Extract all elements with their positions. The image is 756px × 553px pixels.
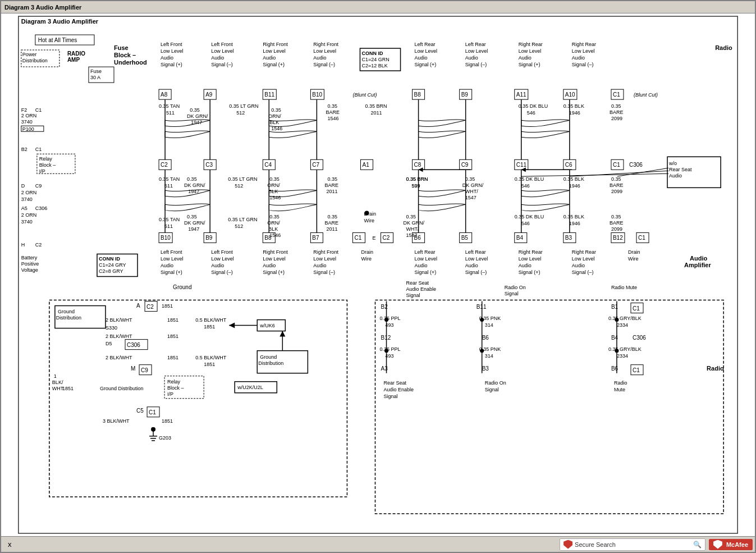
svg-text:3740: 3740	[21, 119, 33, 125]
svg-text:1547: 1547	[465, 195, 476, 200]
svg-text:3 BLK/WHT: 3 BLK/WHT	[103, 418, 130, 424]
search-icon[interactable]: 🔍	[693, 541, 702, 549]
svg-text:Voltage: Voltage	[21, 267, 38, 273]
svg-text:Ground: Ground	[260, 354, 277, 360]
svg-text:E: E	[372, 235, 375, 241]
status-right: Secure Search 🔍 McAfee	[560, 538, 753, 551]
svg-text:30 A: 30 A	[90, 75, 100, 80]
svg-text:Fuse: Fuse	[114, 44, 129, 51]
svg-marker-315	[229, 323, 235, 328]
svg-text:1946: 1946	[569, 110, 580, 116]
svg-text:C1=24 GRN: C1=24 GRN	[361, 57, 389, 62]
svg-text:2099: 2099	[611, 116, 622, 121]
svg-text:Underhood: Underhood	[114, 59, 147, 66]
svg-text:C1=24 GRY: C1=24 GRY	[99, 262, 126, 268]
svg-line-180	[570, 171, 668, 176]
svg-text:Audio: Audio	[519, 55, 532, 61]
svg-text:Left Front: Left Front	[211, 42, 233, 47]
svg-text:0.35 GRY/BLK: 0.35 GRY/BLK	[608, 316, 642, 321]
svg-text:Wire: Wire	[361, 256, 372, 262]
svg-text:B2: B2	[21, 147, 28, 152]
svg-text:2334: 2334	[617, 353, 628, 359]
svg-text:C1: C1	[354, 235, 361, 241]
svg-text:C9: C9	[461, 162, 469, 168]
svg-text:Signal (+): Signal (+)	[161, 269, 182, 275]
svg-text:0.35 BLK: 0.35 BLK	[563, 214, 584, 220]
svg-text:1: 1	[54, 373, 57, 379]
svg-text:0.5 BLK/WHT: 0.5 BLK/WHT	[195, 317, 227, 323]
svg-text:C2: C2	[161, 162, 168, 168]
svg-text:Left Front: Left Front	[211, 249, 233, 255]
svg-text:w/UK6: w/UK6	[259, 323, 275, 328]
svg-text:Amplifier: Amplifier	[684, 262, 711, 268]
svg-text:Wire: Wire	[628, 256, 639, 262]
svg-text:0.35 GRY/BLK: 0.35 GRY/BLK	[608, 346, 642, 352]
svg-text:2011: 2011	[326, 226, 337, 232]
svg-text:2011: 2011	[326, 189, 337, 194]
svg-text:0.35 BLK: 0.35 BLK	[563, 103, 584, 109]
svg-text:Audio: Audio	[690, 255, 707, 262]
svg-text:0.35: 0.35	[611, 103, 621, 109]
svg-text:0.35: 0.35	[406, 214, 416, 220]
svg-text:BLK: BLK	[268, 189, 278, 194]
svg-text:Audio: Audio	[669, 173, 682, 179]
svg-text:BARE: BARE	[324, 220, 338, 226]
svg-text:512: 512	[235, 223, 243, 229]
svg-text:512: 512	[235, 183, 243, 189]
svg-text:Signal (+): Signal (+)	[415, 269, 437, 275]
svg-text:A1: A1	[362, 162, 369, 168]
svg-text:0.35 TAN: 0.35 TAN	[159, 217, 180, 222]
svg-text:(Blunt Cut): (Blunt Cut)	[634, 92, 658, 98]
svg-text:B11: B11	[476, 304, 487, 310]
svg-text:ORN/: ORN/	[268, 113, 281, 119]
svg-text:B3: B3	[482, 365, 489, 372]
svg-text:B12: B12	[381, 335, 391, 341]
svg-text:C1: C1	[613, 162, 620, 168]
close-button[interactable]: x	[3, 540, 16, 549]
svg-text:B5: B5	[461, 235, 469, 241]
svg-text:0.35: 0.35	[271, 107, 281, 113]
svg-text:Mute: Mute	[614, 387, 625, 392]
svg-text:B9: B9	[205, 235, 213, 241]
svg-text:WHT/: WHT/	[465, 189, 478, 194]
svg-text:C6: C6	[565, 162, 572, 168]
status-bar: x Secure Search 🔍 McAfee	[1, 536, 755, 552]
svg-text:Audio Enable: Audio Enable	[384, 387, 414, 392]
svg-text:Fuse: Fuse	[90, 68, 102, 74]
svg-text:0.35 BRN: 0.35 BRN	[406, 176, 428, 182]
svg-text:546: 546	[521, 183, 530, 189]
svg-text:Audio: Audio	[263, 263, 276, 268]
svg-text:Audio: Audio	[161, 55, 173, 61]
search-input[interactable]	[618, 541, 691, 548]
svg-text:Low Level: Low Level	[572, 48, 595, 54]
svg-text:D: D	[21, 183, 25, 189]
svg-text:2099: 2099	[611, 189, 622, 194]
svg-text:C2: C2	[383, 235, 390, 241]
svg-text:C306: C306	[35, 205, 48, 211]
svg-text:A5: A5	[21, 205, 28, 211]
svg-text:1851: 1851	[162, 303, 173, 309]
svg-text:0.35 PPL: 0.35 PPL	[380, 316, 401, 321]
svg-text:Signal (+): Signal (+)	[519, 269, 540, 275]
svg-text:0.35: 0.35	[327, 103, 337, 109]
svg-text:Right Front: Right Front	[313, 42, 338, 47]
svg-text:Positive: Positive	[21, 261, 39, 267]
svg-point-396	[480, 349, 484, 353]
svg-text:M: M	[131, 365, 135, 372]
svg-text:Audio: Audio	[313, 55, 326, 61]
svg-text:Rear Seat: Rear Seat	[384, 380, 407, 386]
svg-text:H: H	[21, 242, 25, 248]
svg-text:I/P: I/P	[39, 168, 45, 174]
svg-text:Audio: Audio	[519, 263, 532, 268]
svg-text:Audio: Audio	[211, 55, 224, 61]
secure-search-label: Secure Search	[575, 541, 616, 548]
svg-text:Right Rear: Right Rear	[572, 42, 596, 47]
svg-text:w/U2K/U2L: w/U2K/U2L	[237, 385, 263, 390]
svg-text:Right Front: Right Front	[263, 249, 288, 255]
svg-text:I/P: I/P	[167, 391, 173, 397]
svg-text:2 ORN: 2 ORN	[21, 190, 37, 195]
svg-text:0.35: 0.35	[190, 107, 200, 113]
svg-text:Audio Enable: Audio Enable	[406, 286, 437, 292]
mcafee-area[interactable]: McAfee	[709, 539, 753, 550]
svg-text:C306: C306	[127, 342, 140, 348]
